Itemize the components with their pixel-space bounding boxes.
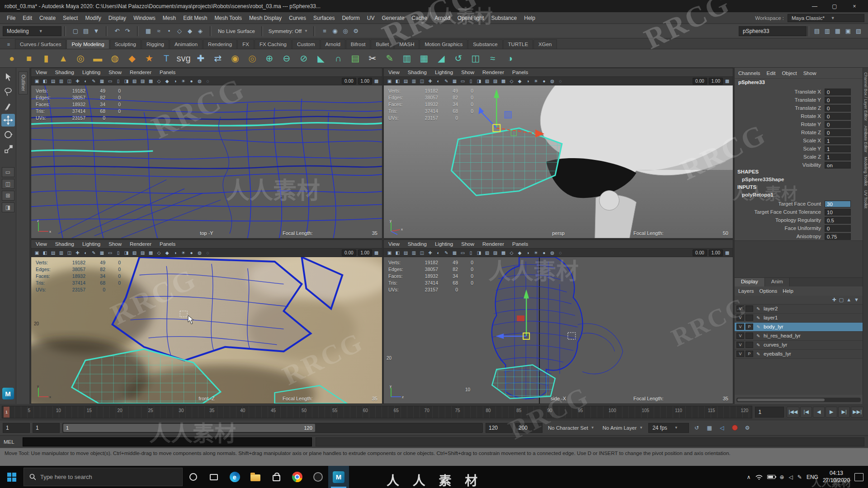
animation-preferences-icon[interactable]: ⚙	[742, 423, 752, 432]
shelf-tool-icon[interactable]: ◆	[125, 51, 139, 66]
playback-start-field[interactable]: 1	[33, 423, 60, 433]
viewport-toolbar-icon[interactable]: ●	[540, 77, 548, 84]
channel-attribute-value[interactable]: 1	[825, 145, 851, 152]
channel-attribute-row[interactable]: Topology Regularity 0.5	[735, 216, 863, 224]
layer-editor-menu-item[interactable]: Help	[783, 288, 793, 294]
shelf-tab[interactable]: Bifrost	[346, 39, 371, 49]
shelf-tool-icon[interactable]: ≈	[486, 51, 500, 66]
sidebar-toggle-icon[interactable]: ▥	[823, 27, 832, 36]
viewport-canvas-top[interactable]: Verts: 19182 49 0 Edges: 38057 82 0 Face…	[31, 85, 382, 238]
channel-attribute-value[interactable]: 1	[825, 137, 851, 144]
viewport-toolbar-icon[interactable]: ◨	[123, 249, 130, 256]
channel-attribute-row[interactable]: Rotate X 0	[735, 112, 863, 120]
menu-item[interactable]: Help	[521, 14, 538, 23]
menu-item[interactable]: Edit	[19, 14, 35, 23]
viewport-toolbar-icon[interactable]: ▦	[98, 249, 106, 256]
viewport-toolbar-icon[interactable]: ▦	[451, 249, 458, 256]
viewport-toolbar-icon[interactable]: ✎	[90, 249, 98, 256]
channel-attribute-value[interactable]: 0	[825, 121, 851, 128]
microsoft-store-icon[interactable]	[266, 466, 287, 488]
shelf-tool-icon[interactable]: ▤	[348, 51, 363, 66]
layer-name[interactable]: hi_res_head_lyr	[764, 333, 801, 338]
network-globe-icon[interactable]: ⊕	[780, 474, 784, 480]
layer-row[interactable]: V P ✎ body_lyr	[735, 323, 863, 332]
shelf-tool-icon[interactable]: ◫	[468, 51, 483, 66]
playback-end-field[interactable]: 120	[486, 423, 513, 433]
exposure-field[interactable]: 0.00	[342, 249, 356, 256]
shelf-tool-icon[interactable]: ▮	[39, 51, 53, 66]
anim-layer-dropdown[interactable]: No Anim Layer ▼	[600, 425, 646, 431]
search-input[interactable]	[40, 474, 177, 480]
layout-single-pane-button[interactable]: ▭	[2, 167, 14, 177]
viewport-toolbar-icon[interactable]: ▯	[114, 249, 122, 256]
viewport-menu-item[interactable]: Renderer	[130, 241, 151, 247]
lasso-tool-icon[interactable]	[1, 85, 15, 98]
layer-name[interactable]: body_lyr	[764, 324, 783, 329]
viewport-toolbar-icon[interactable]: ☀	[179, 249, 187, 256]
viewport-toolbar-icon[interactable]: ◑	[171, 249, 179, 256]
viewport-toolbar-icon[interactable]: ◧	[41, 77, 49, 84]
panel-tab-label[interactable]: Channel Box / Layer Editor	[863, 72, 868, 121]
viewport-toolbar-icon[interactable]: ✎	[443, 249, 450, 256]
shelf-tab[interactable]: Rigging	[142, 39, 169, 49]
viewport-menu-item[interactable]: Lighting	[82, 241, 100, 247]
viewport-toolbar-icon[interactable]: ◨	[123, 77, 130, 84]
shelf-tool-icon[interactable]: ◎	[245, 51, 259, 66]
mute-audio-icon[interactable]: ◁	[717, 423, 727, 432]
shelf-tool-icon[interactable]: T	[159, 51, 174, 66]
menu-item[interactable]: OpenFlight	[454, 14, 487, 23]
shelf-tab[interactable]: Sculpting	[110, 39, 141, 49]
rotate-tool-icon[interactable]	[1, 128, 15, 141]
playback-button[interactable]: ▶▶|	[851, 407, 863, 418]
undo-redo-icon[interactable]: ↶	[113, 27, 122, 36]
layer-name[interactable]: curves_lyr	[764, 342, 787, 347]
channel-attribute-row[interactable]: Rotate Y 0	[735, 120, 863, 128]
viewport-toolbar-icon[interactable]: ▦	[98, 77, 106, 84]
viewport-toolbar-icon[interactable]: ▧	[483, 249, 491, 256]
playback-loop-icon[interactable]: ↺	[692, 423, 702, 432]
viewport-toolbar-icon[interactable]: ▤	[49, 249, 57, 256]
task-view-icon[interactable]	[203, 466, 224, 488]
layout-four-pane-button[interactable]: ⊞	[2, 191, 14, 201]
viewport-toolbar-icon[interactable]: ◇	[508, 77, 515, 84]
viewport-toolbar-icon[interactable]: ▧	[483, 77, 491, 84]
sidebar-toggle-icon[interactable]: ▧	[854, 27, 863, 36]
shelf-tab[interactable]: TURTLE	[503, 39, 533, 49]
shelf-tool-icon[interactable]: ◣	[314, 51, 328, 66]
viewport-menu-item[interactable]: Panels	[160, 241, 175, 247]
shelf-tool-icon[interactable]: ■	[22, 51, 36, 66]
scale-tool-icon[interactable]	[1, 143, 15, 155]
shelf-tool-icon[interactable]: ⊕	[262, 51, 277, 66]
viewport-toolbar-icon[interactable]: ◆	[516, 77, 524, 84]
shelf-tab[interactable]: FX	[237, 39, 254, 49]
cortana-icon[interactable]	[183, 466, 203, 488]
menu-item[interactable]: UV	[364, 14, 378, 23]
render-icon[interactable]: ◉	[330, 27, 340, 36]
shelf-tool-icon[interactable]: ◢	[434, 51, 448, 66]
viewport-toolbar-icon[interactable]: ▩	[147, 249, 155, 256]
playback-button[interactable]: |◀	[800, 407, 812, 418]
viewport-toolbar-icon[interactable]: ●	[188, 77, 195, 84]
viewport-menu-item[interactable]: Lighting	[435, 241, 453, 247]
viewport-toolbar-icon[interactable]: ◌	[557, 77, 564, 84]
viewport-toolbar-icon[interactable]: ◇	[155, 77, 163, 84]
menu-item[interactable]: Mesh Tools	[212, 14, 245, 23]
playback-button[interactable]: ▶	[826, 407, 837, 418]
channel-attribute-value[interactable]: on	[825, 162, 851, 169]
viewport-toolbar-icon[interactable]: ◫	[66, 77, 73, 84]
viewport-menu-item[interactable]: Show	[108, 241, 122, 247]
file-icon[interactable]: ▤	[81, 27, 90, 36]
action-center-icon[interactable]	[854, 473, 863, 481]
layer-editor-icon[interactable]: ✚	[832, 297, 836, 303]
shelf-tool-icon[interactable]: ⇄	[211, 51, 225, 66]
viewport-toolbar-icon[interactable]: ◧	[394, 77, 401, 84]
select-tool-icon[interactable]	[1, 70, 15, 83]
time-slider-track[interactable]: 1 51015202530354045505560657075808590951…	[2, 406, 752, 418]
start-button[interactable]	[0, 466, 24, 488]
menu-item[interactable]: Mesh Display	[246, 14, 285, 23]
viewport-toolbar-icon[interactable]: ◑	[524, 77, 532, 84]
layer-type-icon[interactable]: ✎	[755, 305, 762, 312]
viewport-toolbar-icon[interactable]: ▥	[57, 249, 65, 256]
chrome-icon[interactable]	[287, 466, 307, 488]
viewport-toolbar-icon[interactable]: ☀	[532, 249, 540, 256]
